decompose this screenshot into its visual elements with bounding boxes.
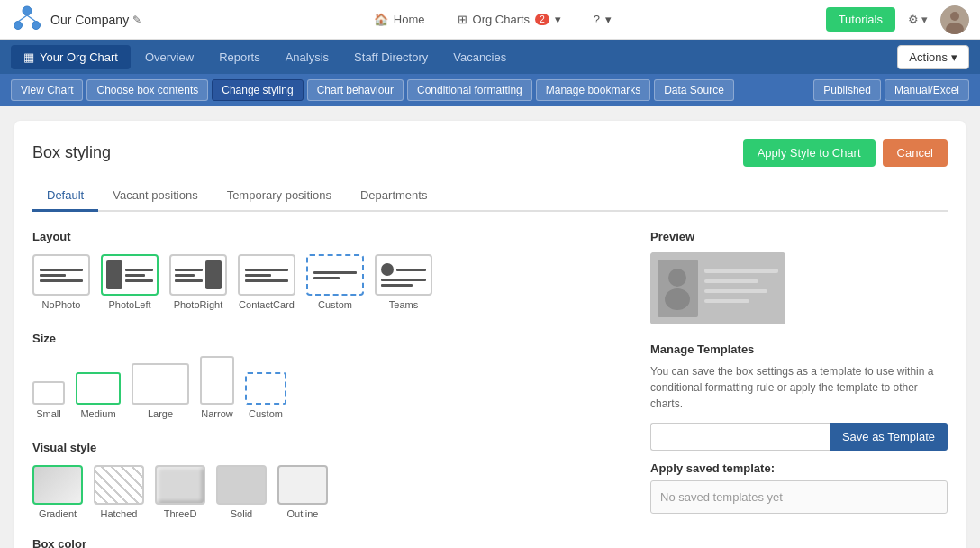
orgcharts-nav-item[interactable]: ⊞ Org Charts 2 ▾ xyxy=(450,9,568,30)
layout-section-title: Layout xyxy=(32,230,629,243)
visual-box-threed xyxy=(155,465,205,505)
orgcharts-icon: ⊞ xyxy=(458,13,467,26)
analysis-tab[interactable]: Analysis xyxy=(275,45,340,69)
two-col-layout: Layout NoPhoto xyxy=(32,230,948,548)
change-styling-button[interactable]: Change styling xyxy=(212,79,303,101)
layout-option-photoright[interactable]: PhotoRight xyxy=(169,254,227,310)
outline-label: Outline xyxy=(287,508,319,519)
size-option-custom[interactable]: Custom xyxy=(245,372,286,419)
size-box-medium xyxy=(76,372,121,405)
svg-rect-13 xyxy=(704,279,758,283)
contactcard-label: ContactCard xyxy=(239,299,295,310)
size-option-narrow[interactable]: Narrow xyxy=(200,356,234,419)
template-name-input[interactable] xyxy=(650,423,830,451)
tab-vacant-positions[interactable]: Vacant positions xyxy=(98,181,212,212)
cc1 xyxy=(245,269,288,271)
logo-area: Our Company ✎ xyxy=(11,4,141,36)
overview-tab[interactable]: Overview xyxy=(134,45,204,69)
layout-box-nophoto xyxy=(32,254,90,296)
visual-option-hatched[interactable]: Hatched xyxy=(94,465,144,519)
layout-section: Layout NoPhoto xyxy=(32,230,629,310)
layout-box-contactcard xyxy=(238,254,295,296)
size-small-label: Small xyxy=(36,408,61,419)
size-medium-label: Medium xyxy=(80,408,115,419)
styling-tabs: Default Vacant positions Temporary posit… xyxy=(32,181,948,212)
vacancies-tab[interactable]: Vacancies xyxy=(442,45,517,69)
manage-bookmarks-button[interactable]: Manage bookmarks xyxy=(536,79,650,101)
visual-option-solid[interactable]: Solid xyxy=(216,465,267,519)
view-chart-button[interactable]: View Chart xyxy=(11,79,83,101)
svg-line-4 xyxy=(27,15,36,22)
size-box-narrow xyxy=(200,356,234,405)
rline3 xyxy=(175,279,203,282)
size-option-large[interactable]: Large xyxy=(132,363,189,419)
layout-option-contactcard[interactable]: ContactCard xyxy=(238,254,295,310)
tab-default[interactable]: Default xyxy=(32,181,98,212)
actions-button[interactable]: Actions ▾ xyxy=(897,45,969,69)
photoleft-lines xyxy=(125,269,153,282)
save-template-button[interactable]: Save as Template xyxy=(830,423,948,451)
contactcard-lines xyxy=(240,263,294,288)
box-color-section: Box color xyxy=(32,537,629,548)
edit-company-icon[interactable]: ✎ xyxy=(132,14,141,26)
reports-tab[interactable]: Reports xyxy=(208,45,271,69)
chart-behaviour-button[interactable]: Chart behaviour xyxy=(307,79,404,101)
choose-box-contents-button[interactable]: Choose box contents xyxy=(86,79,208,101)
your-org-chart-tab[interactable]: ▦ Your Org Chart xyxy=(11,45,131,69)
photoright-lines xyxy=(175,269,203,282)
size-option-small[interactable]: Small xyxy=(32,381,65,419)
preview-box xyxy=(650,252,785,324)
svg-rect-12 xyxy=(704,269,778,273)
gear-button[interactable]: ⚙ ▾ xyxy=(904,9,931,30)
orgcharts-chevron-icon: ▾ xyxy=(555,13,561,26)
photoright-label: PhotoRight xyxy=(174,299,222,310)
help-nav-item[interactable]: ? ▾ xyxy=(586,9,619,30)
size-large-label: Large xyxy=(148,408,173,419)
layout-option-teams[interactable]: Teams xyxy=(375,254,432,310)
cust2 xyxy=(313,277,340,279)
gear-icon: ⚙ xyxy=(908,13,919,26)
svg-line-3 xyxy=(18,15,27,22)
photoright-preview xyxy=(171,256,225,294)
tutorials-button[interactable]: Tutorials xyxy=(826,7,895,32)
teams-preview xyxy=(377,259,431,291)
nav-center: 🏠 Home ⊞ Org Charts 2 ▾ ? ▾ xyxy=(159,9,825,30)
help-chevron-icon: ▾ xyxy=(605,13,612,26)
visual-option-gradient[interactable]: Gradient xyxy=(32,465,83,519)
layout-option-nophoto[interactable]: NoPhoto xyxy=(32,254,90,310)
cust1 xyxy=(313,271,357,274)
photoleft-preview xyxy=(103,256,157,294)
apply-style-button[interactable]: Apply Style to Chart xyxy=(743,139,876,167)
photoleft-label: PhotoLeft xyxy=(108,299,150,310)
size-narrow-label: Narrow xyxy=(201,408,232,419)
left-column: Layout NoPhoto xyxy=(32,230,629,548)
data-source-button[interactable]: Data Source xyxy=(654,79,734,101)
size-option-medium[interactable]: Medium xyxy=(76,372,121,419)
cancel-button[interactable]: Cancel xyxy=(883,139,948,167)
company-name[interactable]: Our Company ✎ xyxy=(50,13,141,27)
size-box-custom xyxy=(245,372,286,405)
teams-row xyxy=(381,263,426,276)
manage-templates-title: Manage Templates xyxy=(650,342,948,356)
layout-option-custom[interactable]: Custom xyxy=(306,254,364,310)
rline2 xyxy=(175,274,195,277)
conditional-formatting-button[interactable]: Conditional formatting xyxy=(407,79,532,101)
staff-directory-tab[interactable]: Staff Directory xyxy=(343,45,439,69)
tab-departments[interactable]: Departments xyxy=(346,181,441,212)
layout-option-photoleft[interactable]: PhotoLeft xyxy=(101,254,159,310)
published-status: Published xyxy=(813,79,881,101)
visual-box-solid xyxy=(216,465,267,505)
line3 xyxy=(40,279,83,282)
nav-right: Tutorials ⚙ ▾ xyxy=(826,5,969,34)
size-options: Small Medium Large Narrow xyxy=(32,356,629,419)
toolbar: View Chart Choose box contents Change st… xyxy=(0,74,980,106)
pline1 xyxy=(125,269,153,271)
visual-option-outline[interactable]: Outline xyxy=(277,465,328,519)
home-nav-item[interactable]: 🏠 Home xyxy=(367,9,432,30)
svg-point-2 xyxy=(32,21,41,29)
photo-placeholder xyxy=(106,260,122,289)
tab-temporary-positions[interactable]: Temporary positions xyxy=(213,181,346,212)
no-templates-box: No saved templates yet xyxy=(650,480,948,514)
visual-option-threed[interactable]: ThreeD xyxy=(155,465,205,519)
user-avatar[interactable] xyxy=(940,5,969,34)
